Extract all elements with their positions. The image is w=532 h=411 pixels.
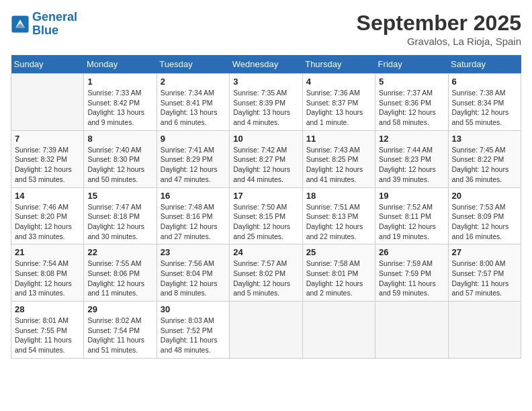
day-number: 8: [87, 134, 152, 144]
day-number: 19: [379, 191, 444, 201]
calendar-cell: 13Sunrise: 7:45 AMSunset: 8:22 PMDayligh…: [448, 130, 521, 187]
day-info: Sunrise: 8:02 AMSunset: 7:54 PMDaylight:…: [87, 316, 152, 355]
day-number: 13: [452, 134, 517, 144]
day-number: 17: [233, 191, 298, 201]
day-info: Sunrise: 7:48 AMSunset: 8:16 PMDaylight:…: [161, 202, 226, 242]
day-number: 25: [306, 247, 371, 257]
calendar-cell: [302, 302, 375, 359]
day-number: 10: [233, 134, 298, 144]
logo: General Blue: [11, 11, 77, 38]
day-info: Sunrise: 7:46 AMSunset: 8:20 PMDaylight:…: [15, 202, 80, 242]
calendar-cell: 23Sunrise: 7:56 AMSunset: 8:04 PMDayligh…: [157, 244, 229, 302]
day-info: Sunrise: 7:37 AMSunset: 8:36 PMDaylight:…: [379, 88, 444, 128]
day-number: 22: [87, 247, 152, 257]
title-area: September 2025 Gravalos, La Rioja, Spain: [357, 11, 521, 47]
calendar-cell: 4Sunrise: 7:36 AMSunset: 8:37 PMDaylight…: [302, 74, 375, 131]
calendar-cell: 6Sunrise: 7:38 AMSunset: 8:34 PMDaylight…: [448, 74, 521, 131]
calendar-cell: 19Sunrise: 7:52 AMSunset: 8:11 PMDayligh…: [375, 187, 448, 244]
day-info: Sunrise: 7:50 AMSunset: 8:15 PMDaylight:…: [233, 202, 298, 242]
day-info: Sunrise: 7:42 AMSunset: 8:27 PMDaylight:…: [233, 145, 298, 185]
calendar-cell: [230, 302, 302, 359]
day-number: 12: [379, 134, 444, 144]
day-info: Sunrise: 7:38 AMSunset: 8:34 PMDaylight:…: [452, 88, 517, 128]
calendar-week-1: 1Sunrise: 7:33 AMSunset: 8:42 PMDaylight…: [11, 74, 521, 131]
day-number: 18: [306, 191, 371, 201]
calendar-cell: 1Sunrise: 7:33 AMSunset: 8:42 PMDaylight…: [84, 74, 157, 131]
day-number: 7: [15, 134, 80, 144]
day-number: 21: [15, 247, 80, 257]
day-info: Sunrise: 7:44 AMSunset: 8:23 PMDaylight:…: [379, 145, 444, 185]
day-number: 30: [161, 304, 226, 314]
day-info: Sunrise: 7:59 AMSunset: 7:59 PMDaylight:…: [379, 259, 444, 298]
day-number: 11: [306, 134, 371, 144]
calendar-cell: [11, 74, 84, 131]
calendar-cell: 15Sunrise: 7:47 AMSunset: 8:18 PMDayligh…: [84, 187, 157, 244]
weekday-header-saturday: Saturday: [448, 55, 521, 74]
calendar-cell: 25Sunrise: 7:58 AMSunset: 8:01 PMDayligh…: [302, 244, 375, 302]
calendar-cell: 22Sunrise: 7:55 AMSunset: 8:06 PMDayligh…: [84, 244, 157, 302]
calendar-cell: 20Sunrise: 7:53 AMSunset: 8:09 PMDayligh…: [448, 187, 521, 244]
calendar-table: SundayMondayTuesdayWednesdayThursdayFrid…: [11, 55, 521, 359]
calendar-cell: 28Sunrise: 8:01 AMSunset: 7:55 PMDayligh…: [11, 302, 84, 359]
calendar-cell: 12Sunrise: 7:44 AMSunset: 8:23 PMDayligh…: [375, 130, 448, 187]
day-info: Sunrise: 8:00 AMSunset: 7:57 PMDaylight:…: [452, 259, 517, 298]
weekday-header-row: SundayMondayTuesdayWednesdayThursdayFrid…: [11, 55, 521, 74]
day-number: 14: [15, 191, 80, 201]
calendar-cell: 7Sunrise: 7:39 AMSunset: 8:32 PMDaylight…: [11, 130, 84, 187]
day-number: 6: [452, 77, 517, 87]
calendar-cell: 18Sunrise: 7:51 AMSunset: 8:13 PMDayligh…: [302, 187, 375, 244]
day-info: Sunrise: 7:47 AMSunset: 8:18 PMDaylight:…: [87, 202, 152, 242]
day-info: Sunrise: 7:58 AMSunset: 8:01 PMDaylight:…: [306, 259, 371, 298]
calendar-cell: 14Sunrise: 7:46 AMSunset: 8:20 PMDayligh…: [11, 187, 84, 244]
day-number: 27: [452, 247, 517, 257]
calendar-cell: 5Sunrise: 7:37 AMSunset: 8:36 PMDaylight…: [375, 74, 448, 131]
day-number: 24: [233, 247, 298, 257]
day-number: 1: [87, 77, 152, 87]
day-info: Sunrise: 7:40 AMSunset: 8:30 PMDaylight:…: [87, 145, 152, 185]
day-number: 29: [87, 304, 152, 314]
calendar-cell: 26Sunrise: 7:59 AMSunset: 7:59 PMDayligh…: [375, 244, 448, 302]
calendar-cell: 16Sunrise: 7:48 AMSunset: 8:16 PMDayligh…: [157, 187, 229, 244]
logo-line2: Blue: [32, 24, 77, 38]
day-info: Sunrise: 7:33 AMSunset: 8:42 PMDaylight:…: [87, 88, 152, 128]
calendar-cell: 11Sunrise: 7:43 AMSunset: 8:25 PMDayligh…: [302, 130, 375, 187]
day-info: Sunrise: 7:51 AMSunset: 8:13 PMDaylight:…: [306, 202, 371, 242]
day-number: 15: [87, 191, 152, 201]
day-number: 4: [306, 77, 371, 87]
weekday-header-tuesday: Tuesday: [157, 55, 229, 74]
day-info: Sunrise: 7:56 AMSunset: 8:04 PMDaylight:…: [161, 259, 226, 298]
calendar-cell: 17Sunrise: 7:50 AMSunset: 8:15 PMDayligh…: [230, 187, 302, 244]
calendar-week-4: 21Sunrise: 7:54 AMSunset: 8:08 PMDayligh…: [11, 244, 521, 302]
day-number: 20: [452, 191, 517, 201]
day-info: Sunrise: 7:41 AMSunset: 8:29 PMDaylight:…: [161, 145, 226, 185]
day-info: Sunrise: 7:34 AMSunset: 8:41 PMDaylight:…: [161, 88, 226, 128]
location-title: Gravalos, La Rioja, Spain: [357, 36, 521, 47]
logo-text: General Blue: [32, 11, 77, 38]
day-number: 28: [15, 304, 80, 314]
month-title: September 2025: [357, 11, 521, 36]
day-info: Sunrise: 7:53 AMSunset: 8:09 PMDaylight:…: [452, 202, 517, 242]
day-info: Sunrise: 7:55 AMSunset: 8:06 PMDaylight:…: [87, 259, 152, 298]
day-number: 26: [379, 247, 444, 257]
weekday-header-sunday: Sunday: [11, 55, 84, 74]
calendar-cell: 3Sunrise: 7:35 AMSunset: 8:39 PMDaylight…: [230, 74, 302, 131]
logo-line1: General: [32, 10, 77, 24]
day-info: Sunrise: 7:39 AMSunset: 8:32 PMDaylight:…: [15, 145, 80, 185]
day-info: Sunrise: 7:35 AMSunset: 8:39 PMDaylight:…: [233, 88, 298, 128]
calendar-cell: 27Sunrise: 8:00 AMSunset: 7:57 PMDayligh…: [448, 244, 521, 302]
header: General Blue September 2025 Gravalos, La…: [11, 11, 521, 47]
calendar-cell: 2Sunrise: 7:34 AMSunset: 8:41 PMDaylight…: [157, 74, 229, 131]
logo-icon: [11, 15, 30, 34]
day-info: Sunrise: 7:54 AMSunset: 8:08 PMDaylight:…: [15, 259, 80, 298]
day-info: Sunrise: 7:36 AMSunset: 8:37 PMDaylight:…: [306, 88, 371, 128]
calendar-cell: 10Sunrise: 7:42 AMSunset: 8:27 PMDayligh…: [230, 130, 302, 187]
day-number: 5: [379, 77, 444, 87]
day-info: Sunrise: 7:43 AMSunset: 8:25 PMDaylight:…: [306, 145, 371, 185]
calendar-cell: 30Sunrise: 8:03 AMSunset: 7:52 PMDayligh…: [157, 302, 229, 359]
calendar-week-2: 7Sunrise: 7:39 AMSunset: 8:32 PMDaylight…: [11, 130, 521, 187]
day-number: 16: [161, 191, 226, 201]
day-info: Sunrise: 7:52 AMSunset: 8:11 PMDaylight:…: [379, 202, 444, 242]
calendar-cell: 21Sunrise: 7:54 AMSunset: 8:08 PMDayligh…: [11, 244, 84, 302]
calendar-cell: 24Sunrise: 7:57 AMSunset: 8:02 PMDayligh…: [230, 244, 302, 302]
calendar-cell: 8Sunrise: 7:40 AMSunset: 8:30 PMDaylight…: [84, 130, 157, 187]
